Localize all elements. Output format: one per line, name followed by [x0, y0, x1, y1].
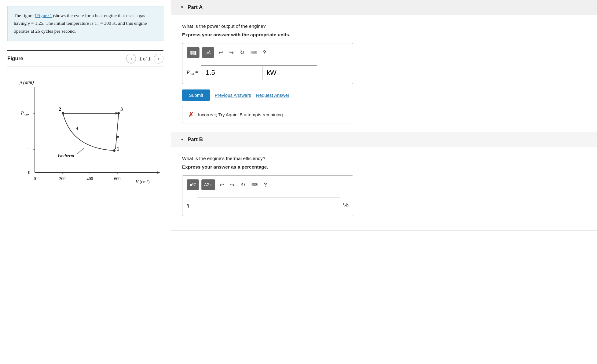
point-3: [117, 112, 120, 115]
part-a-submit-row: Submit Previous Answers Request Answer: [182, 89, 586, 101]
error-text: Incorrect; Try Again; 5 attempts remaini…: [198, 112, 283, 117]
x-tick-200: 200: [59, 177, 66, 181]
part-b-help-button[interactable]: ?: [262, 180, 269, 189]
part-b-section: ▼ Part B What is the engine's thermal ef…: [171, 132, 597, 231]
figure-nav: ‹ 1 of 1 ›: [126, 54, 163, 64]
svg-marker-2: [157, 171, 160, 174]
refresh-button[interactable]: ↻: [238, 48, 246, 57]
part-a-input-row: Pout =: [187, 65, 349, 80]
svg-marker-11: [117, 136, 119, 139]
part-b-title: Part B: [188, 136, 203, 143]
page-count: 1 of 1: [139, 56, 151, 61]
undo-button[interactable]: ↩: [217, 48, 225, 57]
mu-button[interactable]: μÅ: [202, 47, 214, 58]
part-a-triangle: ▼: [180, 5, 184, 10]
pmax-label: Pmax: [21, 111, 30, 116]
mu-icon: μÅ: [205, 50, 211, 55]
help-button[interactable]: ?: [261, 48, 268, 57]
part-b-refresh-button[interactable]: ↻: [239, 180, 247, 189]
prev-figure-button[interactable]: ‹: [126, 54, 136, 64]
figure-link[interactable]: Figure 1: [36, 13, 52, 18]
matrix-template-button[interactable]: ▦▮: [187, 47, 200, 58]
x-tick-600: 600: [114, 177, 121, 181]
error-icon: ✗: [189, 111, 194, 118]
part-b-value-input[interactable]: [197, 198, 340, 212]
keyboard-button[interactable]: ⌨: [249, 49, 258, 56]
y-tick-0: 0: [28, 170, 30, 175]
pv-diagram: p (atm) V (cm³) 0 1 Pmax 0 200 400: [10, 75, 169, 191]
svg-line-13: [77, 148, 84, 154]
part-a-title: Part A: [188, 4, 203, 10]
part-b-alpha-button[interactable]: ΑΣφ: [201, 179, 215, 190]
part-a-input-label: Pout =: [187, 70, 198, 76]
point-3-label: 3: [120, 107, 123, 112]
isotherm-label: Isotherm: [57, 153, 74, 158]
part-b-eta-label: η =: [187, 202, 194, 208]
part-b-express: Express your answer as a percentage.: [182, 164, 586, 170]
x-axis-label: V (cm³): [136, 179, 150, 184]
svg-line-10: [115, 115, 119, 149]
part-a-submit-button[interactable]: Submit: [182, 89, 210, 101]
part-b-undo-button[interactable]: ↩: [218, 180, 226, 189]
left-panel: The figure (Figure 1)shows the cycle for…: [0, 0, 171, 364]
part-a-header: ▼ Part A: [171, 0, 597, 15]
part-a-unit-input[interactable]: [262, 65, 317, 80]
alpha-sigma-icon: ΑΣφ: [204, 182, 212, 187]
y-axis-label: p (atm): [19, 80, 34, 85]
part-a-error-box: ✗ Incorrect; Try Again; 5 attempts remai…: [182, 106, 353, 123]
part-b-keyboard-button[interactable]: ⌨: [250, 181, 259, 188]
part-b-content: What is the engine's thermal efficiency?…: [171, 147, 597, 230]
figure-graph: p (atm) V (cm³) 0 1 Pmax 0 200 400: [7, 72, 163, 192]
part-a-express: Express your answer with the appropriate…: [182, 32, 586, 38]
figure-header: Figure ‹ 1 of 1 ›: [7, 50, 163, 67]
part-b-answer-box: ■n√̄ ΑΣφ ↩ ↪ ↻ ⌨ ? η = %: [182, 175, 353, 216]
y-tick-1: 1: [28, 147, 30, 152]
x-tick-400: 400: [87, 177, 93, 181]
part-a-content: What is the power output of the engine? …: [171, 15, 597, 132]
svg-marker-12: [76, 126, 79, 131]
part-b-header: ▼ Part B: [171, 132, 597, 147]
part-b-matrix-button[interactable]: ■n√̄: [187, 179, 199, 190]
next-figure-button[interactable]: ›: [154, 54, 163, 64]
matrix-icon: ▦▮: [189, 50, 197, 56]
x-tick-0: 0: [34, 177, 36, 181]
part-b-toolbar: ■n√̄ ΑΣφ ↩ ↪ ↻ ⌨ ?: [187, 179, 349, 193]
point-2-label: 2: [59, 107, 61, 112]
part-a-value-input[interactable]: [201, 65, 262, 80]
matrix-sqrt-icon: ■n√̄: [190, 182, 196, 187]
redo-button[interactable]: ↪: [227, 48, 236, 57]
figure-label: Figure: [7, 56, 23, 62]
part-b-question: What is the engine's thermal efficiency?: [182, 156, 586, 161]
part-a-question: What is the power output of the engine?: [182, 24, 586, 29]
right-panel: ▼ Part A What is the power output of the…: [171, 0, 597, 364]
problem-description: The figure (Figure 1)shows the cycle for…: [7, 6, 163, 41]
request-answer-button[interactable]: Request Answer: [256, 93, 289, 98]
problem-text: The figure (Figure 1)shows the cycle for…: [14, 13, 147, 34]
point-1-label: 1: [117, 146, 119, 151]
previous-answers-button[interactable]: Previous Answers: [215, 93, 251, 98]
part-a-answer-box: ▦▮ μÅ ↩ ↪ ↻ ⌨ ? Pout =: [182, 43, 353, 84]
part-a-toolbar: ▦▮ μÅ ↩ ↪ ↻ ⌨ ?: [187, 47, 349, 61]
part-b-redo-button[interactable]: ↪: [228, 180, 236, 189]
part-b-input-row: η = %: [187, 198, 349, 212]
part-a-section: ▼ Part A What is the power output of the…: [171, 0, 597, 132]
part-b-unit-label: %: [343, 202, 349, 209]
part-b-triangle: ▼: [180, 137, 184, 142]
